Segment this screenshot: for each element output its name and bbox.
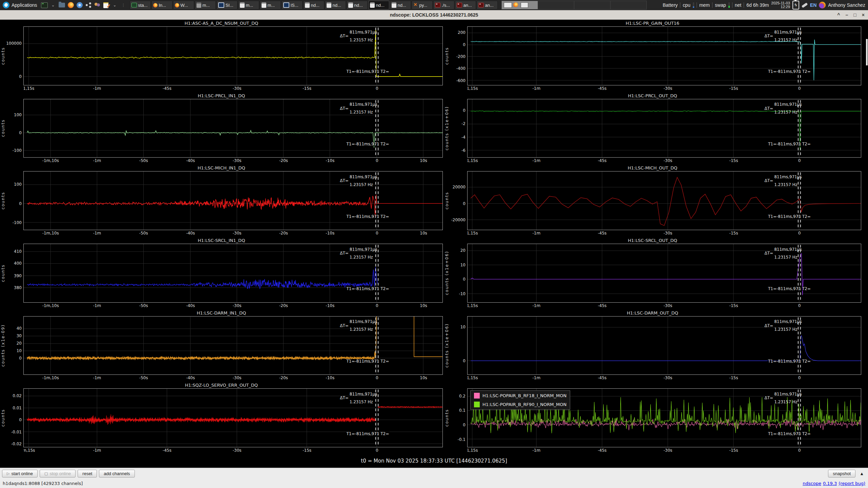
workspace-2[interactable] bbox=[538, 1, 574, 9]
delta-t-label: ΔT= bbox=[340, 395, 349, 400]
task-button-0[interactable]: sta... bbox=[130, 1, 151, 9]
plot-area[interactable]: ΔT=811ms,971μs1.23157 HzT1=-811ms,971 T2… bbox=[23, 99, 443, 158]
plot-area[interactable]: ΔT=811ms,971μs1.23157 HzT1=-811ms,971 T2… bbox=[23, 26, 443, 85]
x-tick: -1m,10s bbox=[42, 158, 59, 163]
ndscope-link[interactable]: ndscope bbox=[803, 481, 821, 486]
stop-icon: ▢ bbox=[44, 471, 48, 476]
brush-icon[interactable] bbox=[801, 2, 808, 8]
clock[interactable]: 2025-11-0312:29 bbox=[771, 1, 790, 9]
plot-area[interactable]: ΔT=811ms,971μs1.23157 HzT1=-811ms,971 T2… bbox=[467, 26, 861, 85]
x-tick: -45s bbox=[598, 158, 606, 163]
x-tick: -1m bbox=[93, 375, 101, 380]
start-online-button[interactable]: ▷ start online bbox=[2, 470, 38, 477]
mem-label[interactable]: mem bbox=[699, 2, 710, 8]
version-link[interactable]: 0.19.3 bbox=[823, 481, 837, 486]
launcher-share-icon[interactable] bbox=[84, 0, 93, 10]
plot-body: counts1000000ΔT=811ms,971μs1.23157 HzT1=… bbox=[0, 26, 443, 85]
plot-area[interactable]: ΔT=811ms,971μs1.23157 HzT1=-811ms,971 T2… bbox=[467, 388, 861, 447]
t1-t2-annotation: T1=-811ms,971 T2= bbox=[346, 359, 390, 364]
launcher-chromium-icon[interactable] bbox=[75, 0, 84, 10]
task-button-6[interactable]: m... bbox=[260, 1, 281, 9]
launcher-file-manager-icon[interactable] bbox=[58, 0, 66, 10]
delta-t-annotation: ΔT=811ms,971μs1.23157 Hz bbox=[765, 175, 802, 187]
battery-icon[interactable]: ϟ bbox=[792, 1, 799, 9]
report-bug-link[interactable]: (report bug) bbox=[839, 481, 865, 486]
x-tick: -1m bbox=[533, 375, 541, 380]
add-channels-button[interactable]: add channels bbox=[99, 470, 135, 477]
task-button-11[interactable]: nd... bbox=[368, 1, 389, 9]
x-tick: -20s bbox=[279, 303, 288, 308]
task-button-13[interactable]: py... bbox=[412, 1, 433, 9]
y-tick: -400 bbox=[456, 66, 466, 71]
task-label: ./s... bbox=[442, 3, 450, 8]
uptime-label[interactable]: 6d 6h 39m bbox=[746, 2, 769, 8]
delta-t-annotation: ΔT=811ms,971μs1.23157 Hz bbox=[340, 102, 377, 115]
y-axis-label: counts bbox=[0, 388, 6, 447]
launcher-chevron-down-icon[interactable]: ⌄ bbox=[110, 0, 119, 10]
battery-label[interactable]: Battery bbox=[663, 2, 678, 8]
task-button-14[interactable]: ./s... bbox=[433, 1, 454, 9]
stop-online-button[interactable]: ▢ stop online bbox=[40, 470, 76, 477]
task-button-16[interactable]: an... bbox=[477, 1, 498, 9]
workspace-3[interactable] bbox=[574, 1, 611, 9]
plot-area[interactable]: ΔT=811ms,971μs1.23157 HzT1=-811ms,971 T2… bbox=[467, 171, 861, 230]
launcher-chevron-down-icon[interactable]: ⌄ bbox=[49, 0, 58, 10]
expand-triangle-icon[interactable]: ▲ bbox=[860, 471, 864, 476]
plot-body: counts0.020.010-0.01-0.02ΔT=811ms,971μs1… bbox=[0, 388, 443, 447]
launcher-terminal-icon[interactable] bbox=[40, 0, 49, 10]
plot-area[interactable]: ΔT=811ms,971μs1.23157 HzT1=-811ms,971 T2… bbox=[23, 244, 443, 303]
cpu-label[interactable]: cpu bbox=[683, 2, 690, 8]
window-icon bbox=[348, 2, 353, 8]
window-titlebar[interactable]: ndscope: LOCKLOSS 1446230271.0625 ^ – □ … bbox=[0, 10, 868, 20]
plot-body: counts200000-20000ΔT=811ms,971μs1.23157 … bbox=[444, 171, 861, 230]
x-tick-labels: 1,15s-1m-45s-30s-15s0 bbox=[24, 85, 443, 92]
workspace-4[interactable] bbox=[611, 1, 646, 9]
plot-area[interactable]: ΔT=811ms,971μs1.23157 HzT1=-811ms,971 T2… bbox=[467, 244, 861, 303]
workspace-1[interactable] bbox=[502, 1, 538, 9]
taskbar: Applications ⌄⌄⋮ sta...In...W...m...SI..… bbox=[0, 0, 868, 10]
task-button-10[interactable]: nd... bbox=[347, 1, 368, 9]
plot-area[interactable]: ΔT=811ms,971μs1.23157 HzT1=-811ms,971 T2… bbox=[467, 99, 861, 158]
y-axis-label: counts bbox=[444, 171, 450, 230]
task-button-9[interactable]: nd... bbox=[325, 1, 346, 9]
net-label[interactable]: net bbox=[735, 2, 741, 8]
task-button-5[interactable]: m... bbox=[238, 1, 259, 9]
task-button-3[interactable]: m... bbox=[195, 1, 216, 9]
launcher-users-icon[interactable] bbox=[93, 0, 102, 10]
workspace-pager[interactable] bbox=[501, 1, 647, 9]
ndscope-main: H1:ASC-AS_A_DC_NSUM_OUT_DQcounts1000000Δ… bbox=[0, 20, 868, 468]
task-button-15[interactable]: an... bbox=[455, 1, 476, 9]
shade-icon[interactable]: ^ bbox=[837, 13, 840, 17]
swap-label[interactable]: swap bbox=[715, 2, 726, 8]
x-tick: 1,15s bbox=[468, 231, 478, 236]
y-tick: 0.2 bbox=[459, 394, 466, 399]
task-button-1[interactable]: In... bbox=[151, 1, 172, 9]
launcher-notes-icon[interactable] bbox=[102, 0, 110, 10]
user-avatar[interactable] bbox=[819, 2, 826, 8]
task-button-4[interactable]: SI... bbox=[216, 1, 237, 9]
plot-area[interactable]: ΔT=811ms,971μs1.23157 HzT1=-811ms,971 T2… bbox=[23, 316, 443, 375]
delta-t-annotation: ΔT=811ms,971μs1.23157 Hz bbox=[765, 102, 802, 115]
user-name[interactable]: Anthony Sanchez bbox=[828, 2, 865, 8]
reset-button[interactable]: reset bbox=[78, 470, 97, 477]
maximize-icon[interactable]: □ bbox=[853, 13, 856, 17]
task-button-2[interactable]: W... bbox=[173, 1, 194, 9]
plot-legend[interactable]: H1:LSC-POPAIR_B_RF18_I_NORM_MONH1:LSC-PO… bbox=[470, 390, 570, 410]
minimize-icon[interactable]: – bbox=[846, 13, 848, 17]
launcher-grip-icon[interactable]: ⋮ bbox=[119, 0, 128, 10]
task-button-12[interactable]: nd... bbox=[390, 1, 411, 9]
plot-area[interactable]: ΔT=811ms,971μs1.23157 HzT1=-811ms,971 T2… bbox=[23, 171, 443, 230]
applications-menu[interactable]: Applications bbox=[0, 0, 40, 10]
scrollbar-fragment[interactable] bbox=[866, 39, 868, 65]
task-button-7[interactable]: IS... bbox=[282, 1, 303, 9]
plot-area[interactable]: ΔT=811ms,971μs1.23157 HzT1=-811ms,971 T2… bbox=[23, 388, 443, 447]
y-axis-label: counts bbox=[0, 26, 6, 85]
snapshot-button[interactable]: snapshot bbox=[828, 470, 855, 477]
task-button-8[interactable]: nd... bbox=[303, 1, 324, 9]
close-icon[interactable]: × bbox=[862, 13, 865, 17]
plot-area[interactable]: ΔT=811ms,971μs1.23157 HzT1=-811ms,971 T2… bbox=[467, 316, 861, 375]
launcher-firefox-icon[interactable] bbox=[66, 0, 75, 10]
separator bbox=[697, 2, 697, 8]
keyboard-layout[interactable]: EN bbox=[810, 2, 817, 8]
y-tick-labels: 200000-20000 bbox=[450, 171, 467, 230]
